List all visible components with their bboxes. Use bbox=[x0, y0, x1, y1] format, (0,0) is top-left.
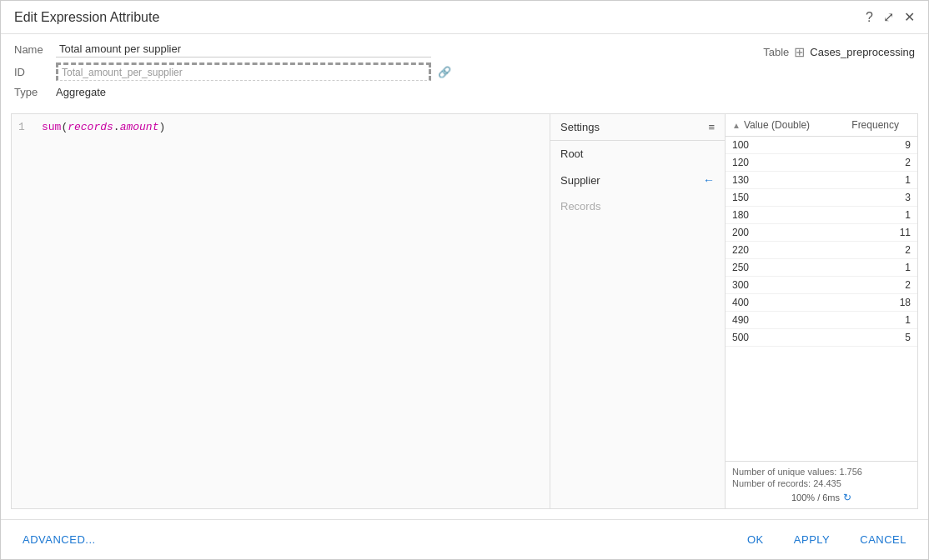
name-input[interactable] bbox=[56, 41, 431, 58]
data-scroll[interactable]: 1009120213011503180120011220225013002400… bbox=[726, 137, 917, 461]
data-freq: 5 bbox=[861, 332, 911, 343]
cancel-button[interactable]: CANCEL bbox=[851, 528, 915, 551]
supplier-arrow-icon: ← bbox=[703, 173, 715, 187]
settings-header: Settings ≡ bbox=[550, 114, 725, 141]
ok-button[interactable]: OK bbox=[739, 528, 772, 551]
table-row: 5005 bbox=[726, 329, 917, 347]
table-name: Cases_preprocessing bbox=[810, 46, 915, 58]
data-value: 120 bbox=[732, 157, 861, 168]
table-label: Table bbox=[763, 46, 789, 58]
type-label: Type bbox=[14, 86, 56, 98]
data-freq: 2 bbox=[861, 157, 911, 168]
settings-records-label: Records bbox=[560, 200, 600, 212]
main-content: 1 sum(records.amount) Settings ≡ Root Su… bbox=[11, 113, 918, 509]
data-freq: 3 bbox=[861, 192, 911, 203]
data-value: 180 bbox=[732, 209, 861, 221]
col-freq-header: Frequency bbox=[849, 119, 899, 131]
settings-panel: Settings ≡ Root Supplier ← Records bbox=[550, 114, 726, 508]
dialog-header: Edit Expression Attribute ? ⤢ ✕ bbox=[1, 1, 928, 34]
table-section: Table ⊞ Cases_preprocessing bbox=[763, 44, 915, 60]
table-row: 1009 bbox=[726, 137, 917, 154]
table-row: 40018 bbox=[726, 294, 917, 312]
data-value: 150 bbox=[732, 192, 861, 203]
data-freq: 1 bbox=[861, 262, 911, 273]
settings-root-label: Root bbox=[560, 148, 583, 160]
data-freq: 2 bbox=[861, 244, 911, 256]
data-freq: 1 bbox=[861, 209, 911, 221]
code-editor[interactable]: 1 sum(records.amount) bbox=[12, 114, 550, 508]
dialog-title: Edit Expression Attribute bbox=[14, 10, 159, 25]
data-value: 490 bbox=[732, 314, 861, 326]
data-value: 250 bbox=[732, 262, 861, 273]
footer-left: ADVANCED... bbox=[14, 528, 104, 551]
refresh-icon[interactable]: ↻ bbox=[843, 492, 851, 503]
help-icon[interactable]: ? bbox=[866, 10, 873, 25]
type-row: Type Aggregate bbox=[14, 86, 763, 98]
edit-expression-dialog: Edit Expression Attribute ? ⤢ ✕ Name ID … bbox=[0, 0, 929, 560]
code-function: sum bbox=[42, 121, 61, 133]
code-content: sum(records.amount) bbox=[42, 121, 165, 133]
settings-label: Settings bbox=[560, 121, 600, 133]
table-row: 2202 bbox=[726, 242, 917, 259]
performance-value: 100% / 6ms bbox=[791, 492, 840, 502]
close-icon[interactable]: ✕ bbox=[904, 9, 915, 25]
header-icons: ? ⤢ ✕ bbox=[866, 9, 915, 25]
name-row: Name bbox=[14, 41, 763, 58]
data-value: 220 bbox=[732, 244, 861, 256]
table-row: 4901 bbox=[726, 312, 917, 329]
line-number: 1 bbox=[18, 121, 32, 133]
data-freq: 1 bbox=[861, 174, 911, 186]
data-value: 400 bbox=[732, 297, 861, 308]
name-label: Name bbox=[14, 43, 56, 56]
code-line-1: 1 sum(records.amount) bbox=[18, 121, 543, 133]
data-value: 130 bbox=[732, 174, 861, 186]
data-value: 100 bbox=[732, 139, 861, 151]
settings-item-root[interactable]: Root bbox=[550, 141, 725, 167]
id-label: ID bbox=[14, 66, 56, 78]
settings-menu-icon[interactable]: ≡ bbox=[708, 121, 715, 133]
table-row: 2501 bbox=[726, 259, 917, 277]
data-value: 200 bbox=[732, 227, 861, 238]
table-row: 20011 bbox=[726, 224, 917, 242]
settings-item-records[interactable]: Records bbox=[550, 193, 725, 219]
table-row: 1301 bbox=[726, 172, 917, 189]
code-var: records bbox=[68, 121, 113, 133]
data-freq: 18 bbox=[861, 297, 911, 308]
performance-row: 100% / 6ms ↻ bbox=[732, 492, 911, 503]
table-row: 1503 bbox=[726, 189, 917, 207]
data-rows-container: 1009120213011503180120011220225013002400… bbox=[726, 137, 917, 347]
data-freq: 9 bbox=[861, 139, 911, 151]
data-freq: 1 bbox=[861, 314, 911, 326]
data-value: 500 bbox=[732, 332, 861, 343]
type-value: Aggregate bbox=[56, 86, 106, 98]
dialog-footer: ADVANCED... OK APPLY CANCEL bbox=[1, 519, 928, 559]
data-footer: Number of unique values: 1.756 Number of… bbox=[726, 461, 917, 508]
settings-item-supplier[interactable]: Supplier ← bbox=[550, 167, 725, 193]
apply-button[interactable]: APPLY bbox=[786, 528, 838, 551]
records-stats: Number of records: 24.435 bbox=[732, 478, 911, 488]
id-row: ID 🔗 bbox=[14, 62, 763, 81]
data-panel: ▲ Value (Double) Frequency 1009120213011… bbox=[726, 114, 917, 508]
table-icon: ⊞ bbox=[794, 44, 805, 60]
table-row: 1801 bbox=[726, 207, 917, 224]
table-row: 1202 bbox=[726, 154, 917, 172]
settings-supplier-label: Supplier bbox=[560, 174, 600, 187]
data-header: ▲ Value (Double) Frequency bbox=[726, 114, 917, 137]
col-value-header: Value (Double) bbox=[744, 119, 846, 131]
table-row: 3002 bbox=[726, 277, 917, 294]
advanced-button[interactable]: ADVANCED... bbox=[14, 528, 104, 551]
expand-icon[interactable]: ⤢ bbox=[883, 9, 894, 25]
sort-icon[interactable]: ▲ bbox=[732, 121, 741, 130]
data-freq: 11 bbox=[861, 227, 911, 238]
code-prop: amount bbox=[120, 121, 159, 133]
footer-right: OK APPLY CANCEL bbox=[739, 528, 915, 551]
data-value: 300 bbox=[732, 279, 861, 291]
data-freq: 2 bbox=[861, 279, 911, 291]
id-input[interactable] bbox=[56, 62, 431, 81]
link-icon[interactable]: 🔗 bbox=[438, 66, 451, 78]
unique-stats: Number of unique values: 1.756 bbox=[732, 467, 911, 477]
